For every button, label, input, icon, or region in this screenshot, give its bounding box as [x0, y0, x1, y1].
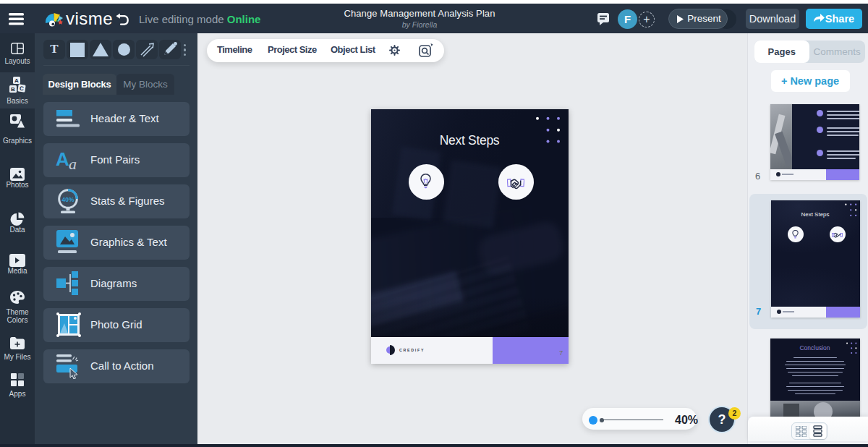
svg-text:B: B [11, 86, 15, 93]
svg-text:40%: 40% [61, 196, 74, 203]
svg-text:A: A [14, 77, 19, 84]
